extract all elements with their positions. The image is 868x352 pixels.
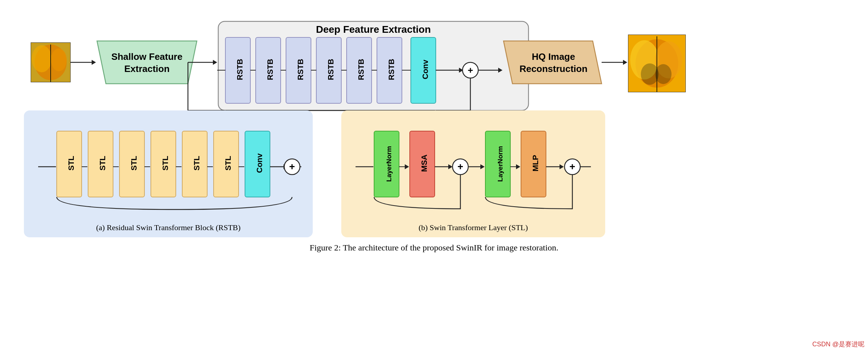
stl-panel-svg: LayerNorm MSA + xyxy=(352,120,594,220)
svg-point-3 xyxy=(32,45,52,72)
svg-point-52 xyxy=(635,39,678,88)
svg-text:LayerNorm: LayerNorm xyxy=(385,146,393,182)
svg-marker-106 xyxy=(560,164,564,169)
svg-marker-90 xyxy=(405,164,409,169)
svg-text:STL: STL xyxy=(161,156,170,171)
svg-marker-102 xyxy=(516,164,520,169)
svg-rect-51 xyxy=(628,35,685,92)
svg-text:Conv: Conv xyxy=(255,153,264,173)
watermark: CSDN @是赛进呢 xyxy=(812,340,864,348)
top-diagram: Shallow Feature Extraction Deep Feature … xyxy=(24,7,844,121)
svg-text:+: + xyxy=(570,161,575,172)
svg-text:MLP: MLP xyxy=(531,155,540,171)
svg-marker-37 xyxy=(459,68,463,73)
svg-text:RSTB: RSTB xyxy=(387,59,396,80)
svg-text:RSTB: RSTB xyxy=(296,59,305,80)
svg-marker-45 xyxy=(504,41,602,84)
svg-text:Reconstruction: Reconstruction xyxy=(520,63,588,74)
svg-rect-25 xyxy=(377,37,402,103)
svg-rect-1 xyxy=(31,43,70,82)
svg-text:RSTB: RSTB xyxy=(357,59,366,80)
main-container: Shallow Feature Extraction Deep Feature … xyxy=(0,0,868,352)
stl-expanded-panel: LayerNorm MSA + xyxy=(341,110,605,237)
svg-marker-8 xyxy=(97,41,197,84)
top-diagram-svg: Shallow Feature Extraction Deep Feature … xyxy=(24,7,844,121)
svg-marker-7 xyxy=(92,60,96,65)
svg-rect-50 xyxy=(628,35,685,92)
svg-text:Deep Feature Extraction: Deep Feature Extraction xyxy=(316,24,431,35)
svg-text:STL: STL xyxy=(67,156,76,171)
svg-rect-19 xyxy=(286,37,311,103)
svg-point-5 xyxy=(51,48,67,71)
svg-point-54 xyxy=(655,41,682,78)
rstb-panel-svg: STL STL STL STL STL STL xyxy=(35,120,302,220)
rstb-caption: (a) Residual Swin Transformer Block (RST… xyxy=(35,223,302,232)
svg-text:Conv: Conv xyxy=(421,59,430,79)
svg-text:STL: STL xyxy=(224,156,233,171)
svg-text:+: + xyxy=(289,161,295,172)
svg-rect-21 xyxy=(316,37,341,103)
svg-text:Extraction: Extraction xyxy=(124,63,169,74)
stl-panel-bg: LayerNorm MSA + xyxy=(341,110,605,237)
svg-text:RSTB: RSTB xyxy=(235,59,244,80)
svg-rect-17 xyxy=(256,37,281,103)
svg-rect-13 xyxy=(218,21,529,110)
figure-caption: Figure 2: The architecture of the propos… xyxy=(11,243,857,253)
svg-point-2 xyxy=(35,45,67,80)
svg-text:+: + xyxy=(458,161,463,172)
svg-rect-15 xyxy=(225,37,250,103)
svg-text:RSTB: RSTB xyxy=(326,59,335,80)
svg-text:STL: STL xyxy=(98,156,107,171)
svg-marker-49 xyxy=(623,60,627,65)
svg-point-57 xyxy=(655,64,672,84)
svg-marker-94 xyxy=(448,164,453,169)
svg-point-56 xyxy=(641,63,659,85)
svg-marker-98 xyxy=(480,164,485,169)
svg-point-38 xyxy=(463,62,478,78)
svg-text:MSA: MSA xyxy=(420,154,429,172)
svg-point-53 xyxy=(630,40,659,79)
bottom-row: STL STL STL STL STL STL xyxy=(24,110,844,237)
svg-text:STL: STL xyxy=(129,156,138,171)
svg-text:RSTB: RSTB xyxy=(266,59,275,80)
svg-rect-27 xyxy=(411,37,436,103)
svg-text:+: + xyxy=(468,65,473,76)
svg-marker-44 xyxy=(498,68,502,73)
svg-rect-23 xyxy=(347,37,372,103)
svg-text:LayerNorm: LayerNorm xyxy=(496,146,504,182)
svg-text:Shallow Feature: Shallow Feature xyxy=(111,51,182,62)
svg-text:STL: STL xyxy=(192,156,201,171)
svg-text:HQ Image: HQ Image xyxy=(532,51,575,62)
svg-rect-0 xyxy=(31,43,70,82)
stl-caption: (b) Swin Transformer Layer (STL) xyxy=(352,223,594,232)
rstb-panel-bg: STL STL STL STL STL STL xyxy=(24,110,313,237)
svg-marker-12 xyxy=(213,60,217,65)
rstb-expanded-panel: STL STL STL STL STL STL xyxy=(24,110,313,237)
